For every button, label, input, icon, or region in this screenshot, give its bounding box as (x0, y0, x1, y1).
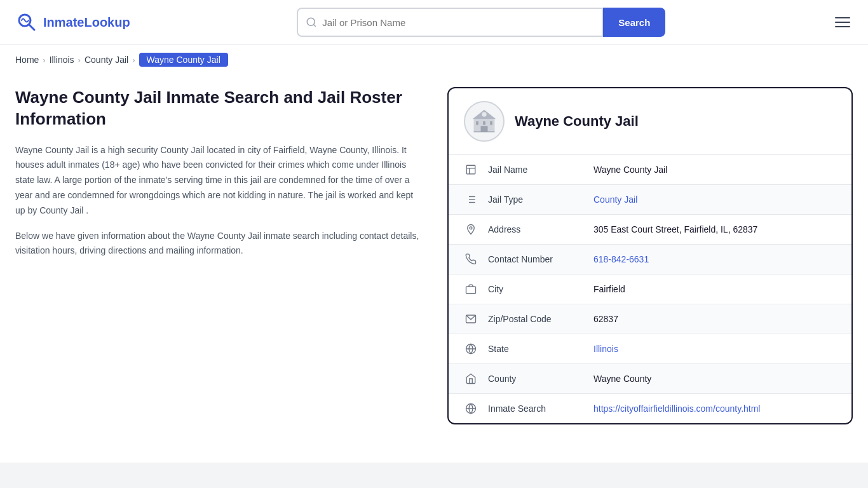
breadcrumb-sep-2: › (78, 55, 81, 65)
hamburger-line-1 (835, 17, 850, 18)
envelope-icon (464, 313, 478, 325)
breadcrumb-county-jail[interactable]: County Jail (85, 55, 128, 65)
svg-rect-7 (481, 126, 488, 132)
label-contact: Contact Number (488, 254, 583, 264)
value-contact: 618-842-6631 (593, 254, 836, 264)
svg-line-1 (29, 25, 35, 30)
svg-rect-21 (466, 287, 476, 294)
svg-point-20 (470, 227, 472, 229)
hamburger-menu[interactable] (832, 15, 853, 30)
label-zip: Zip/Postal Code (488, 314, 583, 324)
label-city: City (488, 284, 583, 294)
county-icon (464, 373, 478, 384)
label-county: County (488, 374, 583, 384)
globe-state-icon (464, 343, 478, 355)
breadcrumb: Home › Illinois › County Jail › Wayne Co… (0, 45, 868, 74)
value-address: 305 East Court Street, Fairfield, IL, 62… (593, 224, 836, 234)
value-jail-type: County Jail (593, 194, 836, 205)
building-icon (464, 164, 478, 175)
label-inmate-search: Inmate Search (488, 403, 583, 414)
page-title: Wayne County Jail Inmate Search and Jail… (15, 87, 422, 130)
search-wrapper (297, 8, 603, 37)
svg-rect-11 (466, 165, 475, 174)
table-row: State Illinois (449, 334, 851, 364)
label-state: State (488, 344, 583, 354)
main-content: Wayne County Jail Inmate Search and Jail… (0, 74, 868, 437)
left-panel: Wayne County Jail Inmate Search and Jail… (15, 87, 422, 269)
description-2: Below we have given information about th… (15, 229, 422, 259)
card-header: Wayne County Jail (449, 88, 851, 155)
facility-avatar (464, 101, 505, 142)
state-link[interactable]: Illinois (593, 344, 618, 354)
logo-text: InmateLookup (43, 15, 130, 30)
search-input[interactable] (322, 17, 594, 28)
description-1: Wayne County Jail is a high security Cou… (15, 143, 422, 219)
hamburger-line-3 (835, 26, 850, 27)
logo-icon (15, 11, 38, 34)
value-county: Wayne County (593, 374, 836, 384)
info-card: Wayne County Jail Jail Name Wayne County… (447, 87, 853, 424)
phone-link[interactable]: 618-842-6631 (593, 254, 649, 264)
svg-rect-5 (483, 121, 485, 125)
search-icon (306, 17, 317, 28)
facility-image (470, 107, 498, 135)
table-row: County Wayne County (449, 364, 851, 394)
search-button[interactable]: Search (603, 8, 665, 37)
search-area: Search (297, 8, 665, 37)
svg-point-2 (308, 18, 315, 25)
label-jail-type: Jail Type (488, 194, 583, 205)
breadcrumb-illinois[interactable]: Illinois (50, 55, 74, 65)
table-row: Address 305 East Court Street, Fairfield… (449, 215, 851, 245)
table-row: Zip/Postal Code 62837 (449, 304, 851, 334)
table-row: Jail Type County Jail (449, 185, 851, 215)
breadcrumb-current: Wayne County Jail (139, 53, 228, 67)
web-icon (464, 403, 478, 414)
city-icon (464, 283, 478, 295)
jail-type-link[interactable]: County Jail (593, 194, 637, 205)
table-row: Contact Number 618-842-6631 (449, 245, 851, 274)
footer-bar (0, 463, 868, 488)
table-row: City Fairfield (449, 274, 851, 304)
facility-name: Wayne County Jail (515, 113, 639, 130)
list-icon (464, 194, 478, 205)
breadcrumb-home[interactable]: Home (15, 55, 39, 65)
value-inmate-search: https://cityoffairfieldillinois.com/coun… (593, 403, 836, 414)
inmate-search-link[interactable]: https://cityoffairfieldillinois.com/coun… (593, 403, 760, 414)
svg-rect-6 (490, 121, 492, 125)
value-zip: 62837 (593, 314, 836, 324)
table-row: Jail Name Wayne County Jail (449, 155, 851, 185)
location-icon (464, 224, 478, 235)
value-city: Fairfield (593, 284, 836, 294)
logo-link[interactable]: InmateLookup (15, 11, 130, 34)
value-jail-name: Wayne County Jail (593, 165, 836, 175)
info-table: Jail Name Wayne County Jail Jail Type Co… (449, 155, 851, 423)
phone-icon (464, 254, 478, 265)
value-state: Illinois (593, 344, 836, 354)
hamburger-line-2 (835, 22, 850, 23)
breadcrumb-sep-3: › (132, 55, 135, 65)
breadcrumb-sep-1: › (43, 55, 45, 65)
table-row: Inmate Search https://cityoffairfieldill… (449, 394, 851, 423)
svg-rect-9 (482, 112, 486, 116)
label-address: Address (488, 224, 583, 234)
label-jail-name: Jail Name (488, 165, 583, 175)
svg-rect-4 (476, 121, 478, 125)
header: InmateLookup Search (0, 0, 868, 45)
